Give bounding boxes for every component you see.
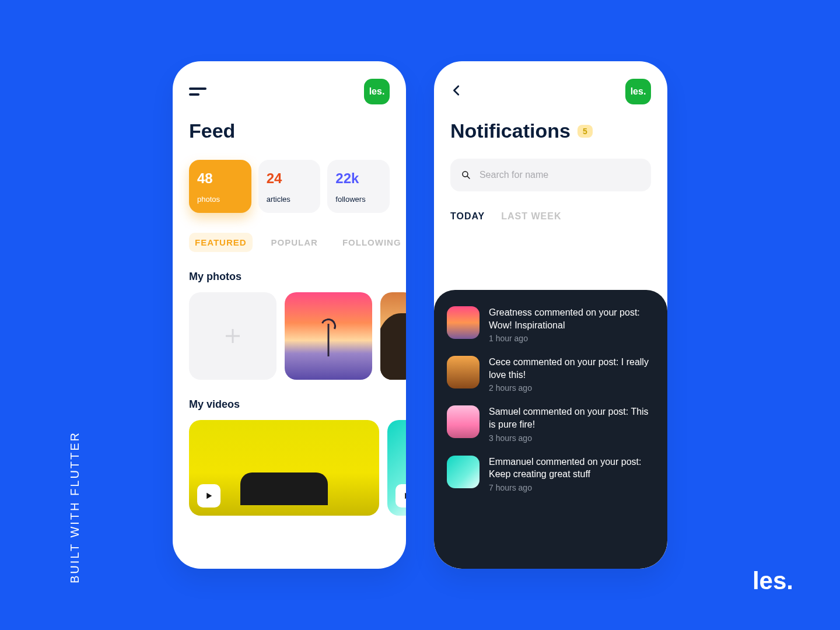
svg-point-0 (463, 172, 468, 177)
search-icon (461, 169, 471, 181)
photo-thumbnail[interactable] (285, 292, 372, 380)
play-icon (204, 491, 214, 501)
play-button[interactable] (396, 484, 406, 508)
search-field[interactable] (450, 159, 651, 191)
footer-brand: les. (752, 567, 793, 595)
page-title: Feed (189, 120, 235, 142)
notification-time: 7 hours ago (489, 483, 654, 492)
tab-today[interactable]: TODAY (450, 211, 485, 222)
brand-chip[interactable]: les. (625, 79, 651, 104)
photo-thumbnail[interactable] (380, 292, 406, 380)
brand-chip[interactable]: les. (364, 79, 390, 104)
notification-item[interactable]: Greatness commented on your post: Wow! I… (447, 306, 654, 343)
play-button[interactable] (197, 484, 220, 508)
notification-text: Samuel commented on your post: This is p… (489, 405, 654, 430)
back-button[interactable] (450, 84, 463, 99)
play-icon (402, 491, 406, 501)
tab-featured[interactable]: FEATURED (189, 233, 253, 252)
tab-following[interactable]: FOLLOWING (337, 233, 406, 252)
tab-last-week[interactable]: LAST WEEK (501, 211, 561, 222)
notification-count-badge: 5 (578, 125, 593, 138)
video-thumbnail[interactable] (387, 420, 406, 516)
notification-thumbnail (447, 405, 480, 438)
stat-followers-value: 22k (335, 170, 382, 187)
stat-photos-value: 48 (197, 170, 243, 187)
section-my-videos: My videos (189, 398, 390, 411)
stat-articles-label: articles (267, 195, 313, 204)
notification-item[interactable]: Emmanuel commented on your post: Keep cr… (447, 456, 654, 492)
stat-articles-value: 24 (267, 170, 313, 187)
built-with-flutter-label: BUILT WITH FLUTTER (68, 431, 82, 583)
notifications-panel: Greatness commented on your post: Wow! I… (434, 290, 667, 569)
notification-text: Greatness commented on your post: Wow! I… (489, 306, 654, 331)
section-my-photos: My photos (189, 271, 390, 283)
stat-photos-label: photos (197, 195, 243, 204)
menu-icon[interactable] (189, 88, 209, 96)
notification-thumbnail (447, 456, 480, 488)
page-title: Notifications (450, 120, 570, 142)
stat-articles[interactable]: 24 articles (258, 160, 321, 213)
notification-item[interactable]: Samuel commented on your post: This is p… (447, 405, 654, 442)
notification-text: Emmanuel commented on your post: Keep cr… (489, 456, 654, 481)
notification-text: Cece commented on your post: I really lo… (489, 356, 654, 381)
notification-item[interactable]: Cece commented on your post: I really lo… (447, 356, 654, 393)
chevron-left-icon (450, 84, 463, 97)
stat-photos[interactable]: 48 photos (189, 160, 251, 213)
notification-time: 3 hours ago (489, 433, 654, 443)
stat-followers[interactable]: 22k followers (327, 160, 390, 213)
video-thumbnail[interactable] (189, 420, 379, 516)
stat-followers-label: followers (335, 195, 382, 204)
search-input[interactable] (480, 170, 640, 180)
notification-time: 1 hour ago (489, 334, 654, 343)
notification-time: 2 hours ago (489, 383, 654, 393)
notification-thumbnail (447, 306, 480, 339)
add-photo-button[interactable] (189, 292, 276, 380)
tab-popular[interactable]: POPULAR (265, 233, 324, 252)
feed-screen: les. Feed 48 photos 24 articles 22k foll… (173, 61, 406, 569)
notification-thumbnail (447, 356, 480, 388)
plus-icon (222, 326, 243, 346)
notifications-screen: les. Notifications 5 TODAY LAST WEEK Gre… (434, 61, 667, 569)
